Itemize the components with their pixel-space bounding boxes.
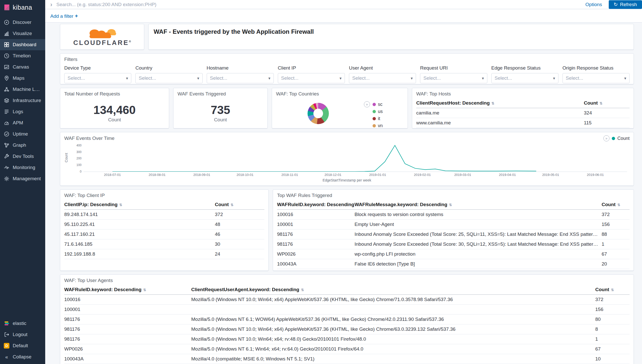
column-header[interactable]: Count⇅: [595, 285, 630, 295]
sort-icon[interactable]: ⇅: [119, 203, 122, 207]
sidebar-footer: elastic Logout D Default « Collapse: [0, 318, 45, 364]
panel-waf-events-over-time: WAF Events Over Time » Count Count 01002…: [60, 132, 634, 186]
table-cell: Mozilla/5.0 (Windows NT 10.0; Win64; x64…: [191, 324, 595, 334]
table-cell: 100016: [64, 295, 191, 305]
sidebar-item-dev-tools[interactable]: Dev Tools: [0, 151, 45, 162]
table-cell: 1: [602, 239, 630, 249]
sidebar-item-visualize[interactable]: Visualize: [0, 28, 45, 39]
legend-item[interactable]: us: [373, 109, 403, 114]
column-header[interactable]: Count⇅: [215, 200, 264, 210]
filter-select-hostname[interactable]: Select...▾: [207, 73, 274, 83]
top-user-agents-table: WAFRuleID.keyword: Descending⇅ClientRequ…: [60, 285, 634, 364]
legend-label[interactable]: Count: [617, 136, 630, 141]
sidebar-item-infrastructure[interactable]: Infrastructure: [0, 95, 45, 106]
legend-item[interactable]: it: [373, 116, 403, 121]
filter-select-country[interactable]: Select...▾: [135, 73, 202, 83]
sort-icon[interactable]: ⇅: [600, 101, 603, 105]
x-axis-tick: 2018-08-01: [149, 173, 166, 177]
sort-icon[interactable]: ⇅: [611, 288, 614, 292]
filter-select-client-ip[interactable]: Select...▾: [278, 73, 345, 83]
legend-label: it: [378, 116, 380, 121]
options-link[interactable]: Options: [585, 2, 602, 7]
sidebar-item-discover[interactable]: Discover: [0, 17, 45, 28]
sidebar-item-label: Machine Le...: [13, 87, 41, 92]
panel-title: Filters: [60, 54, 634, 64]
column-header[interactable]: WAFRuleMessage.keyword: Descending⇅: [355, 200, 602, 210]
table-row: camilia.me324: [416, 108, 630, 118]
sidebar: kibana Discover Visualize Dashboard Time…: [0, 0, 45, 364]
countries-donut-chart[interactable]: [308, 103, 329, 124]
sidebar-item-label: Dashboard: [13, 42, 36, 47]
kibana-wordmark: kibana: [13, 4, 32, 11]
sidebar-item-label: Logs: [13, 109, 23, 114]
kibana-logo[interactable]: kibana: [0, 0, 45, 15]
sidebar-item-monitoring[interactable]: Monitoring: [0, 162, 45, 173]
sidebar-item-apm[interactable]: APM: [0, 117, 45, 128]
panel-cloudflare-logo: CLOUDFLARE®: [60, 24, 144, 50]
x-axis-tick: 2019-06-01: [587, 173, 604, 177]
sidebar-item-label: Default: [13, 343, 28, 349]
legend-more-icon[interactable]: »: [364, 101, 370, 107]
query-bar: › Options ↻ Refresh: [45, 0, 642, 9]
chevron-down-icon: ▾: [126, 76, 128, 81]
column-header[interactable]: ClientRequestHost: Descending⇅: [416, 98, 584, 108]
table-cell: 115: [584, 118, 630, 128]
column-header[interactable]: ClientIP.ip: Descending⇅: [64, 200, 215, 210]
x-axis-tick: 2018-09-01: [193, 173, 210, 177]
table-cell: 981176: [277, 229, 355, 239]
column-header[interactable]: Count⇅: [584, 98, 630, 108]
sidebar-item-label: Maps: [13, 75, 24, 81]
sidebar-item-timelion[interactable]: Timelion: [0, 50, 45, 61]
column-header[interactable]: Count⇅: [602, 200, 630, 210]
filter-select-user-agent[interactable]: Select...▾: [349, 73, 416, 83]
sidebar-item-management[interactable]: Management: [0, 173, 45, 184]
column-header[interactable]: WAFRuleID.keyword: Descending⇅: [277, 200, 355, 210]
sidebar-item-dashboard[interactable]: Dashboard: [0, 39, 45, 50]
sidebar-item-maps[interactable]: Maps: [0, 73, 45, 84]
filter-select-edge-response-status[interactable]: Select...▾: [491, 73, 558, 83]
legend-item[interactable]: vn: [373, 123, 403, 128]
add-filter-link[interactable]: Add a filter+: [50, 13, 78, 19]
sidebar-item-graph[interactable]: Graph: [0, 140, 45, 151]
sidebar-item-machine-learning[interactable]: Machine Le...: [0, 84, 45, 95]
sidebar-item-elastic[interactable]: elastic: [0, 318, 45, 329]
sidebar-item-default-space[interactable]: D Default: [0, 340, 45, 351]
sort-icon[interactable]: ⇅: [491, 101, 494, 105]
column-header[interactable]: ClientRequestUserAgent.keyword: Descendi…: [191, 285, 595, 295]
sort-icon[interactable]: ⇅: [231, 203, 234, 207]
sort-icon[interactable]: ⇅: [449, 203, 452, 207]
search-input[interactable]: [56, 2, 579, 7]
logs-icon: [4, 109, 9, 114]
filter-select-device-type[interactable]: Select...▾: [64, 73, 131, 83]
panel-top-countries: WAF: Top Countries » scusitvn: [272, 88, 408, 128]
filter-select-request-uri[interactable]: Select...▾: [420, 73, 487, 83]
table-cell: www.camilia.me: [416, 118, 584, 128]
filter-select-origin-response-status[interactable]: Select...▾: [563, 73, 630, 83]
select-placeholder: Select...: [495, 75, 512, 81]
refresh-button[interactable]: ↻ Refresh: [609, 0, 642, 9]
sort-icon[interactable]: ⇅: [617, 203, 620, 207]
sort-icon[interactable]: ⇅: [301, 288, 304, 292]
default-space-icon: D: [4, 343, 9, 349]
sort-icon[interactable]: ⇅: [143, 288, 146, 292]
panel-top-client-ip: WAF: Top Client IP ClientIP.ip: Descendi…: [60, 189, 269, 271]
plus-icon: +: [75, 13, 78, 19]
table-row: WP0026Mozilla/5.0 (Windows NT 6.1; Win64…: [64, 344, 630, 354]
uptime-icon: [4, 131, 9, 137]
table-cell: 89.248.174.141: [64, 210, 215, 220]
sidebar-item-collapse[interactable]: « Collapse: [0, 351, 45, 362]
column-header[interactable]: WAFRuleID.keyword: Descending⇅: [64, 285, 191, 295]
select-placeholder: Select...: [352, 75, 370, 81]
metric-value: 735: [211, 104, 230, 116]
x-axis-tick: 2018-12-01: [325, 173, 342, 177]
filter-label: Request URI: [420, 65, 487, 71]
sidebar-item-logs[interactable]: Logs: [0, 106, 45, 117]
panel-title: WAF: Top User Agents: [60, 275, 634, 285]
sidebar-item-uptime[interactable]: Uptime: [0, 128, 45, 140]
legend-item[interactable]: sc: [373, 102, 403, 107]
legend-more-icon[interactable]: »: [603, 135, 609, 141]
sidebar-item-canvas[interactable]: Canvas: [0, 61, 45, 73]
cloudflare-cloud-icon: [83, 28, 121, 39]
dashboard-title: WAF - Events triggered by the Web Applic…: [149, 24, 634, 39]
sidebar-item-logout[interactable]: Logout: [0, 329, 45, 340]
